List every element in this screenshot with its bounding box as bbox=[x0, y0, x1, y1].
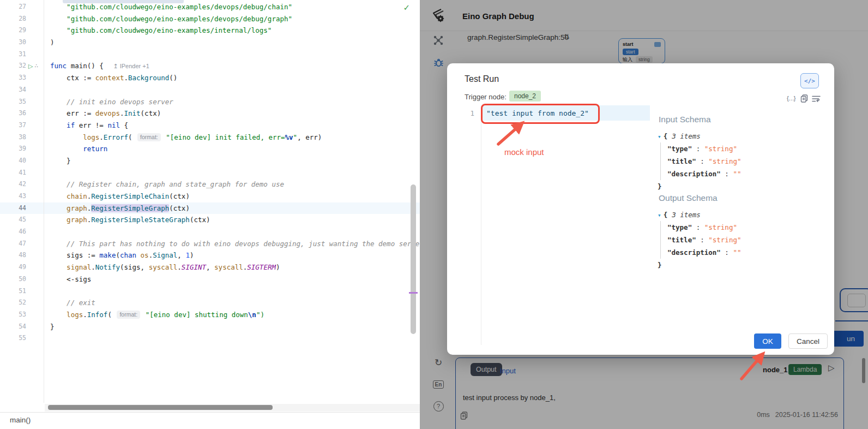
code-line[interactable]: 32▷∴func main() { ↥ IPender +1 bbox=[0, 60, 420, 72]
line-number[interactable]: 30 bbox=[0, 37, 26, 49]
output-schema-tree: ▾{3 items"type" : "string""title" : "str… bbox=[658, 208, 741, 271]
trigger-node-badge[interactable]: node_2 bbox=[509, 91, 541, 102]
line-number[interactable]: 33 bbox=[0, 72, 26, 84]
code-line[interactable]: 35 // init eino devops server bbox=[0, 96, 420, 108]
schema-row: "title" : "string" bbox=[667, 234, 741, 246]
code-line[interactable]: 44 graph.RegisterSimpleGraph(ctx) bbox=[0, 202, 420, 214]
code-editor[interactable]: 27 "github.com/cloudwego/eino-examples/d… bbox=[0, 0, 420, 429]
line-number[interactable]: 34 bbox=[0, 84, 26, 96]
line-number[interactable]: 41 bbox=[0, 167, 26, 179]
code-line[interactable]: 51 bbox=[0, 285, 420, 297]
code-line[interactable]: 52 // exit bbox=[0, 297, 420, 309]
breadcrumb-bar: main() bbox=[0, 412, 420, 429]
line-number[interactable]: 45 bbox=[0, 214, 26, 226]
schema-row: "type" : "string" bbox=[667, 221, 741, 234]
code-line[interactable]: 30) bbox=[0, 37, 420, 49]
code-line[interactable]: 41 bbox=[0, 167, 420, 179]
code-vision-inlay[interactable]: ↥ IPender +1 bbox=[113, 63, 149, 69]
line-number[interactable]: 38 bbox=[0, 132, 26, 144]
code-line[interactable]: 55 bbox=[0, 332, 420, 344]
editor-gutter-separator bbox=[481, 107, 481, 345]
line-number[interactable]: 51 bbox=[0, 285, 26, 297]
breadcrumb[interactable]: main() bbox=[10, 416, 31, 424]
line-number[interactable]: 27 bbox=[0, 1, 26, 13]
code-line[interactable]: 38 logs.Errorf( format: "[eino dev] init… bbox=[0, 132, 420, 144]
code-line[interactable]: 33 ctx := context.Background() bbox=[0, 72, 420, 84]
editor-vertical-scrollbar[interactable] bbox=[411, 184, 416, 334]
scrollbar-change-marker bbox=[409, 292, 418, 294]
code-line[interactable]: 53 logs.Infof( format: "[eino dev] shutt… bbox=[0, 309, 420, 321]
format-json-icon[interactable]: {…} bbox=[787, 95, 795, 102]
test-run-dialog: Test Run </> Trigger node: node_2 {…} 1 … bbox=[447, 63, 834, 355]
code-line[interactable]: 42 // Register chain, graph and state_gr… bbox=[0, 178, 420, 190]
output-schema-title: Output Schema bbox=[659, 193, 718, 203]
code-line[interactable]: 36 err := devops.Init(ctx) bbox=[0, 108, 420, 120]
profile-icon[interactable]: ∴ bbox=[34, 63, 38, 69]
line-number[interactable]: 29 bbox=[0, 25, 26, 37]
code-line[interactable]: 43 chain.RegisterSimpleChain(ctx) bbox=[0, 190, 420, 202]
input-schema-tree: ▾{3 items"type" : "string""title" : "str… bbox=[658, 130, 741, 193]
schema-row: "description" : "" bbox=[667, 168, 741, 180]
code-line[interactable]: 48 sigs := make(chan os.Signal, 1) bbox=[0, 249, 420, 261]
line-number[interactable]: 43 bbox=[0, 190, 26, 202]
code-line[interactable]: 31 bbox=[0, 49, 420, 61]
trigger-node-label: Trigger node: bbox=[465, 93, 507, 101]
editor-line-number: 1 bbox=[463, 109, 474, 117]
line-number[interactable]: 36 bbox=[0, 108, 26, 120]
inspection-ok-icon[interactable]: ✓ bbox=[403, 3, 410, 13]
code-line[interactable]: 34 bbox=[0, 84, 420, 96]
input-schema-title: Input Schema bbox=[659, 115, 711, 124]
code-line[interactable]: 47 // This part has nothing to do with e… bbox=[0, 238, 420, 250]
collapse-icon[interactable]: ▾ bbox=[658, 133, 661, 140]
line-number[interactable]: 28 bbox=[0, 13, 26, 25]
run-icon[interactable]: ▷ bbox=[28, 63, 33, 69]
line-number[interactable]: 37 bbox=[0, 120, 26, 132]
code-line[interactable]: 46 bbox=[0, 226, 420, 238]
line-number[interactable]: 54 bbox=[0, 321, 26, 333]
code-line[interactable]: 29 "github.com/cloudwego/eino-examples/i… bbox=[0, 25, 420, 37]
code-lines: 27 "github.com/cloudwego/eino-examples/d… bbox=[0, 1, 420, 344]
line-number[interactable]: 46 bbox=[0, 226, 26, 238]
code-line[interactable]: 39 return bbox=[0, 143, 420, 155]
line-number[interactable]: 39 bbox=[0, 143, 26, 155]
line-number[interactable]: 40 bbox=[0, 155, 26, 167]
schema-row: "title" : "string" bbox=[667, 155, 741, 168]
annotation-arrow bbox=[491, 120, 529, 147]
ok-annotation-arrow bbox=[737, 350, 770, 382]
code-line[interactable]: 45 graph.RegisterSimpleStateGraph(ctx) bbox=[0, 214, 420, 226]
line-number[interactable]: 49 bbox=[0, 261, 26, 273]
app-window: 27 "github.com/cloudwego/eino-examples/d… bbox=[0, 0, 868, 429]
editor-horizontal-scrollbar[interactable] bbox=[48, 405, 273, 410]
code-line[interactable]: 37 if err != nil { bbox=[0, 120, 420, 132]
line-number[interactable]: 47 bbox=[0, 238, 26, 250]
line-number[interactable]: 50 bbox=[0, 273, 26, 285]
code-line[interactable]: 40 } bbox=[0, 155, 420, 167]
line-number[interactable]: 48 bbox=[0, 249, 26, 261]
line-number[interactable]: 31 bbox=[0, 49, 26, 61]
collapse-icon[interactable]: ▾ bbox=[658, 212, 661, 219]
copy-icon[interactable] bbox=[800, 94, 808, 103]
code-line[interactable]: 27 "github.com/cloudwego/eino-examples/d… bbox=[0, 1, 420, 13]
line-number[interactable]: 42 bbox=[0, 178, 26, 190]
schema-row: "type" : "string" bbox=[667, 142, 741, 155]
code-line[interactable]: 50 <-sigs bbox=[0, 273, 420, 285]
ok-button[interactable]: OK bbox=[754, 333, 781, 349]
line-number[interactable]: 53 bbox=[0, 309, 26, 321]
cancel-button[interactable]: Cancel bbox=[788, 333, 828, 349]
line-number[interactable]: 55 bbox=[0, 332, 26, 344]
code-line[interactable]: 49 signal.Notify(sigs, syscall.SIGINT, s… bbox=[0, 261, 420, 273]
word-wrap-icon[interactable] bbox=[812, 95, 821, 103]
line-number[interactable]: 44 bbox=[0, 202, 26, 214]
code-line[interactable]: 54} bbox=[0, 321, 420, 333]
code-mode-button[interactable]: </> bbox=[800, 73, 819, 88]
annotation-text: mock input bbox=[504, 147, 544, 157]
dialog-title: Test Run bbox=[465, 74, 499, 84]
line-number[interactable]: 35 bbox=[0, 96, 26, 108]
line-number[interactable]: 52 bbox=[0, 297, 26, 309]
schema-row: "description" : "" bbox=[667, 246, 741, 259]
line-number[interactable]: 32 bbox=[0, 60, 26, 72]
code-line[interactable]: 28 "github.com/cloudwego/eino-examples/d… bbox=[0, 13, 420, 25]
